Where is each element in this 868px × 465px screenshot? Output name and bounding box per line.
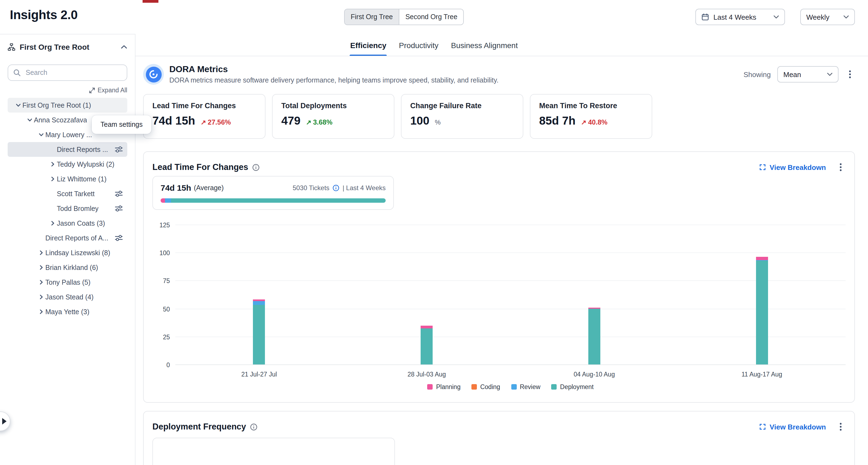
info-icon[interactable]: [253, 164, 260, 171]
date-range-value: Last 4 Weeks: [713, 13, 769, 21]
expand-all-label: Expand All: [97, 87, 127, 93]
metric-title: Change Failure Rate: [410, 102, 514, 110]
metric-title: Total Deployments: [281, 102, 385, 110]
legend-swatch: [511, 384, 517, 390]
chevron-down-icon[interactable]: [14, 101, 22, 109]
x-axis: 21 Jul-27 Jul28 Jul-03 Aug04 Aug-10 Aug1…: [175, 365, 846, 382]
legend-swatch: [552, 384, 557, 390]
metric-card-lead-time: Lead Time For Changes 74d 15h ↗27.56%: [143, 94, 266, 139]
more-options-button[interactable]: [845, 68, 855, 81]
trend-up-icon: ↗: [306, 119, 311, 126]
tree-item-label: Direct Reports of A...: [45, 234, 108, 242]
view-breakdown-button[interactable]: View Breakdown: [759, 423, 826, 431]
summary-bar-segment-deployment: [171, 198, 386, 203]
search-icon: [13, 69, 21, 76]
tree-item-jason-stead-4[interactable]: Jason Stead (4): [8, 289, 127, 304]
tree-item-label: Lindsay Liszewski (8): [45, 249, 110, 256]
gridline: [175, 224, 846, 225]
y-tick-label: 100: [159, 250, 170, 256]
tree-item-label: Tony Pallas (5): [45, 278, 90, 286]
team-settings-icon[interactable]: [115, 146, 123, 153]
legend-label: Planning: [436, 383, 461, 390]
team-settings-icon[interactable]: [115, 190, 123, 197]
tab-business-alignment[interactable]: Business Alignment: [451, 34, 518, 56]
tree-item-liz-whittome-1[interactable]: Liz Whittome (1): [8, 172, 127, 186]
tree-item-scott-tarkett[interactable]: Scott Tarkett: [8, 186, 127, 201]
chevron-right-icon[interactable]: [37, 264, 45, 271]
chevron-right-icon[interactable]: [49, 219, 56, 227]
y-axis: 0255075100125: [152, 225, 175, 365]
tree-item-teddy-wylupski-2[interactable]: Teddy Wylupski (2): [8, 157, 127, 172]
date-range-select[interactable]: Last 4 Weeks: [695, 9, 785, 25]
team-settings-icon[interactable]: [115, 235, 123, 242]
tree-item-lindsay-liszewski-8[interactable]: Lindsay Liszewski (8): [8, 245, 127, 260]
showing-select[interactable]: Mean: [777, 66, 838, 83]
more-options-button[interactable]: [836, 420, 846, 433]
chevron-right-icon[interactable]: [37, 308, 45, 315]
info-icon[interactable]: [250, 423, 257, 430]
bar-2: [421, 326, 433, 365]
summary-qualifier: (Average): [194, 184, 224, 191]
showing-value: Mean: [783, 70, 823, 79]
chevron-right-icon[interactable]: [37, 293, 45, 301]
gridline: [175, 308, 846, 309]
bar-4: [756, 257, 768, 365]
tab-efficiency[interactable]: Efficiency: [350, 34, 387, 56]
metric-title: Lead Time For Changes: [152, 102, 256, 110]
gridline: [175, 281, 846, 281]
tree-item-label: Direct Reports ...: [57, 146, 108, 153]
phase-distribution-bar: [161, 198, 386, 203]
info-icon[interactable]: [333, 184, 339, 191]
chevron-right-icon[interactable]: [49, 160, 56, 168]
team-settings-icon[interactable]: [115, 205, 123, 212]
x-tick-label: 11 Aug-17 Aug: [742, 371, 782, 378]
metric-card-total-deployments: Total Deployments 479 ↗3.68%: [272, 94, 394, 139]
tree-item-brian-kirkland-6[interactable]: Brian Kirkland (6): [8, 260, 127, 275]
x-tick-label: 21 Jul-27 Jul: [242, 371, 277, 378]
chevron-down-icon: [843, 15, 849, 19]
chevron-right-icon[interactable]: [37, 249, 45, 256]
tab-productivity[interactable]: Productivity: [399, 34, 439, 56]
dora-metric-cards: Lead Time For Changes 74d 15h ↗27.56% To…: [143, 94, 855, 139]
more-options-button[interactable]: [836, 161, 846, 174]
bar-segment-planning: [756, 257, 768, 260]
collapse-sidebar-icon[interactable]: [121, 45, 127, 49]
indent-spacer: [37, 234, 45, 242]
chevron-down-icon: [774, 15, 779, 19]
bar-segment-deployment: [421, 329, 433, 365]
expand-all-button[interactable]: Expand All: [89, 87, 127, 93]
org-tree-icon: [8, 43, 15, 51]
main-content: DORA Metrics DORA metrics measure softwa…: [135, 56, 868, 465]
tree-item-tony-pallas-5[interactable]: Tony Pallas (5): [8, 275, 127, 289]
y-tick-label: 50: [163, 306, 170, 312]
chevron-down-icon[interactable]: [37, 131, 45, 138]
chevron-right-icon[interactable]: [37, 278, 45, 286]
view-breakdown-label: View Breakdown: [770, 423, 826, 431]
view-breakdown-button[interactable]: View Breakdown: [759, 163, 826, 171]
granularity-value: Weekly: [806, 13, 839, 21]
tree-item-direct-reports[interactable]: Direct Reports ...: [8, 142, 127, 157]
legend-label: Coding: [480, 383, 500, 390]
tree-item-first-org-tree-root-1[interactable]: First Org Tree Root (1): [8, 98, 127, 113]
app-title: Insights 2.0: [10, 8, 78, 22]
tree-item-direct-reports-of-a[interactable]: Direct Reports of A...: [8, 230, 127, 245]
tree-item-jason-coats-3[interactable]: Jason Coats (3): [8, 216, 127, 230]
bar-segment-planning: [421, 326, 433, 329]
metric-title: Mean Time To Restore: [539, 102, 643, 110]
summary-period: | Last 4 Weeks: [342, 184, 386, 191]
metric-delta-badge: ↗3.68%: [306, 119, 332, 126]
tree-item-todd-bromley[interactable]: Todd Bromley: [8, 201, 127, 216]
toggle-second-org-tree[interactable]: Second Org Tree: [399, 9, 463, 25]
gridline: [175, 252, 846, 253]
chevron-right-icon[interactable]: [49, 175, 56, 183]
toggle-first-org-tree[interactable]: First Org Tree: [345, 9, 399, 25]
metric-delta-badge: ↗27.56%: [200, 119, 231, 126]
granularity-select[interactable]: Weekly: [800, 9, 855, 25]
org-tree-sidebar: First Org Tree Root Expand All First Org…: [0, 34, 135, 465]
x-tick-label: 28 Jul-03 Aug: [407, 371, 446, 378]
org-tree-toggle: First Org Tree Second Org Tree: [344, 9, 464, 25]
search-input[interactable]: [25, 68, 122, 77]
chevron-down-icon[interactable]: [26, 116, 33, 124]
tree-item-maya-yette-3[interactable]: Maya Yette (3): [8, 304, 127, 319]
legend-swatch: [471, 384, 477, 390]
